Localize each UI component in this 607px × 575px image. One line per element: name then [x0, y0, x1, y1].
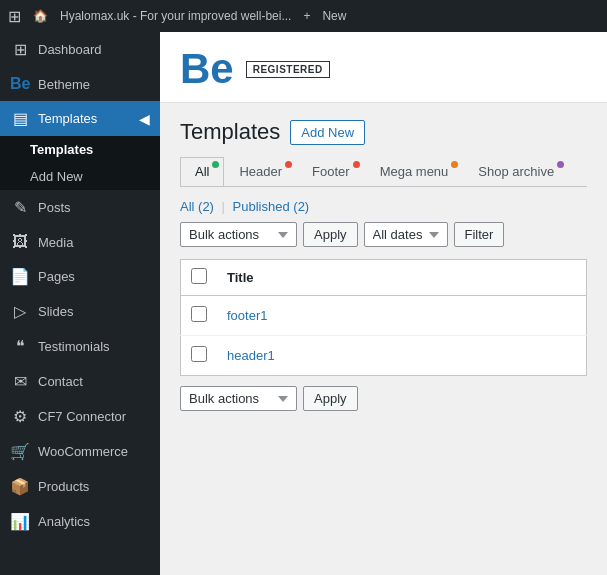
site-name[interactable]: Hyalomax.uk - For your improved well-bei…	[60, 9, 291, 23]
row-title-link[interactable]: header1	[227, 348, 275, 363]
submenu-label: Add New	[30, 169, 83, 184]
submenu-templates[interactable]: Templates	[0, 136, 160, 163]
analytics-icon: 📊	[10, 512, 30, 531]
new-link[interactable]: New	[322, 9, 346, 23]
be-header: Be REGISTERED	[160, 32, 607, 103]
sidebar-item-testimonials[interactable]: ❝ Testimonials	[0, 329, 160, 364]
row-checkbox[interactable]	[191, 346, 207, 362]
tab-label: Header	[239, 164, 282, 179]
tab-dot-mega-menu	[451, 161, 458, 168]
new-separator: +	[303, 9, 310, 23]
sidebar-item-posts[interactable]: ✎ Posts	[0, 190, 160, 225]
sidebar-item-analytics[interactable]: 📊 Analytics	[0, 504, 160, 539]
sidebar-item-label: Analytics	[38, 514, 90, 529]
cf7-icon: ⚙	[10, 407, 30, 426]
collapse-icon: ◀	[139, 111, 150, 127]
media-icon: 🖼	[10, 233, 30, 251]
sidebar-item-label: Media	[38, 235, 73, 250]
sidebar-item-label: Templates	[38, 111, 97, 126]
sidebar-item-label: Betheme	[38, 77, 90, 92]
sidebar-item-label: CF7 Connector	[38, 409, 126, 424]
be-registered-badge: REGISTERED	[246, 61, 330, 78]
sidebar-item-label: Testimonials	[38, 339, 110, 354]
bulk-actions-select[interactable]: Bulk actions Edit Move to Trash	[180, 222, 297, 247]
sidebar-item-woocommerce[interactable]: 🛒 WooCommerce	[0, 434, 160, 469]
bottom-bulk-actions-select[interactable]: Bulk actions Edit Move to Trash	[180, 386, 297, 411]
tab-label: All	[195, 164, 209, 179]
select-all-col	[181, 260, 218, 296]
contact-icon: ✉	[10, 372, 30, 391]
table-row: footer1	[181, 296, 587, 336]
sidebar-item-label: Products	[38, 479, 89, 494]
tab-all[interactable]: All	[180, 157, 224, 187]
add-new-button[interactable]: Add New	[290, 120, 365, 145]
templates-submenu: Templates Add New	[0, 136, 160, 190]
dashboard-icon: ⊞	[10, 40, 30, 59]
sidebar-item-label: Posts	[38, 200, 71, 215]
woo-icon: 🛒	[10, 442, 30, 461]
row-checkbox-cell	[181, 336, 218, 376]
tab-dot-footer	[353, 161, 360, 168]
tabs-row: All Header Footer Mega menu Shop archive	[180, 157, 587, 187]
filter-published-link[interactable]: Published (2)	[233, 199, 310, 214]
top-bulk-row: Bulk actions Edit Move to Trash Apply Al…	[180, 222, 587, 247]
sidebar-item-templates[interactable]: ▤ Templates ◀	[0, 101, 160, 136]
row-title-cell: header1	[217, 336, 587, 376]
sidebar-item-media[interactable]: 🖼 Media	[0, 225, 160, 259]
sidebar-item-dashboard[interactable]: ⊞ Dashboard	[0, 32, 160, 67]
sidebar-item-products[interactable]: 📦 Products	[0, 469, 160, 504]
page-title: Templates	[180, 119, 280, 145]
testimonials-icon: ❝	[10, 337, 30, 356]
tab-label: Mega menu	[380, 164, 449, 179]
table-header-row: Title	[181, 260, 587, 296]
main-layout: ⊞ Dashboard Be Betheme ▤ Templates ◀ Tem…	[0, 32, 607, 575]
sidebar-item-label: Contact	[38, 374, 83, 389]
row-title-cell: footer1	[217, 296, 587, 336]
page-title-row: Templates Add New	[180, 119, 587, 145]
sidebar: ⊞ Dashboard Be Betheme ▤ Templates ◀ Tem…	[0, 32, 160, 575]
submenu-add-new[interactable]: Add New	[0, 163, 160, 190]
be-logo: Be	[180, 48, 234, 90]
tab-label: Shop archive	[478, 164, 554, 179]
apply-button[interactable]: Apply	[303, 222, 358, 247]
bottom-apply-button[interactable]: Apply	[303, 386, 358, 411]
tab-dot-shop-archive	[557, 161, 564, 168]
betheme-icon: Be	[10, 75, 30, 93]
sidebar-item-label: Slides	[38, 304, 73, 319]
row-checkbox-cell	[181, 296, 218, 336]
filter-all-link[interactable]: All (2)	[180, 199, 214, 214]
sidebar-item-betheme[interactable]: Be Betheme	[0, 67, 160, 101]
sidebar-item-label: WooCommerce	[38, 444, 128, 459]
tab-mega-menu[interactable]: Mega menu	[365, 157, 464, 187]
sidebar-item-cf7[interactable]: ⚙ CF7 Connector	[0, 399, 160, 434]
tab-shop-archive[interactable]: Shop archive	[463, 157, 569, 187]
pages-icon: 📄	[10, 267, 30, 286]
filter-button[interactable]: Filter	[454, 222, 505, 247]
bottom-bulk-row: Bulk actions Edit Move to Trash Apply	[180, 386, 587, 411]
title-col-header: Title	[217, 260, 587, 296]
select-all-checkbox[interactable]	[191, 268, 207, 284]
wp-icon: ⊞	[8, 7, 21, 26]
sidebar-item-label: Pages	[38, 269, 75, 284]
products-icon: 📦	[10, 477, 30, 496]
items-table: Title footer1header1	[180, 259, 587, 376]
templates-icon: ▤	[10, 109, 30, 128]
row-checkbox[interactable]	[191, 306, 207, 322]
title-col-label: Title	[227, 270, 254, 285]
top-bar: ⊞ 🏠 Hyalomax.uk - For your improved well…	[0, 0, 607, 32]
slides-icon: ▷	[10, 302, 30, 321]
tab-footer[interactable]: Footer	[297, 157, 365, 187]
content-area: Be REGISTERED Templates Add New All Head…	[160, 32, 607, 575]
tab-dot-all	[212, 161, 219, 168]
tab-dot-header	[285, 161, 292, 168]
sidebar-item-slides[interactable]: ▷ Slides	[0, 294, 160, 329]
row-title-link[interactable]: footer1	[227, 308, 267, 323]
tab-header[interactable]: Header	[224, 157, 297, 187]
sidebar-item-contact[interactable]: ✉ Contact	[0, 364, 160, 399]
table-row: header1	[181, 336, 587, 376]
page-content: Templates Add New All Header Footer	[160, 103, 607, 427]
tab-label: Footer	[312, 164, 350, 179]
wp-home-icon: 🏠	[33, 9, 48, 23]
sidebar-item-pages[interactable]: 📄 Pages	[0, 259, 160, 294]
date-filter-select[interactable]: All dates	[364, 222, 448, 247]
